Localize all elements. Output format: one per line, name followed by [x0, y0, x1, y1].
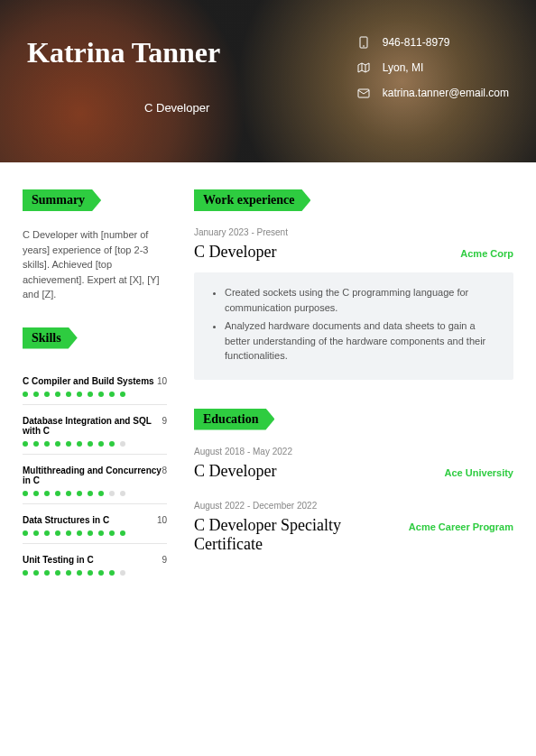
dot [33, 491, 39, 496]
skill-row: Database Integration and SQL with C9 [23, 416, 167, 436]
right-column: Work experience January 2023 - PresentC … [194, 189, 513, 583]
contact-email: katrina.tanner@email.com [383, 87, 509, 99]
header: Katrina Tanner C Developer 946-811-8979 … [0, 0, 536, 162]
dot [88, 441, 93, 447]
dot [44, 491, 50, 496]
date-range: August 2018 - May 2022 [194, 447, 513, 456]
dot [98, 530, 104, 536]
dot [98, 491, 104, 496]
contact-location-row: Lyon, MI [357, 61, 509, 74]
dot [109, 392, 115, 397]
skill-dots [23, 570, 167, 583]
dot [44, 570, 50, 576]
entry-title: C Developer Specialty Certificate [194, 516, 393, 554]
contact-phone: 946-811-8979 [383, 36, 450, 49]
dot [109, 491, 115, 496]
education-header: Education [194, 409, 274, 430]
skill-name: Database Integration and SQL with C [23, 416, 162, 436]
dot [109, 570, 115, 576]
dot [44, 441, 50, 447]
dot [55, 491, 60, 496]
left-column: Summary C Developer with [number of year… [23, 189, 167, 583]
body: Summary C Developer with [number of year… [0, 162, 536, 610]
dot [33, 392, 39, 397]
dot [55, 570, 60, 576]
skill-dots [23, 392, 167, 405]
dot [88, 530, 93, 536]
skills-list: C Compiler and Build Systems10Database I… [23, 376, 167, 583]
skill-dots [23, 530, 167, 544]
dot [23, 570, 28, 576]
work-bullets: Created sockets using the C programming … [194, 272, 513, 380]
dot [23, 441, 28, 447]
dot [77, 441, 82, 447]
date-range: August 2022 - December 2022 [194, 501, 513, 511]
dot [77, 530, 82, 536]
dot [23, 392, 28, 397]
dot [23, 491, 28, 496]
dot [66, 491, 71, 496]
skill-dots [23, 441, 167, 455]
work-list: January 2023 - PresentC DeveloperAcme Co… [194, 227, 513, 380]
entry-title: C Developer [194, 243, 276, 262]
person-name: Katrina Tanner [27, 36, 220, 69]
dot [98, 392, 104, 397]
date-range: January 2023 - Present [194, 227, 513, 237]
dot [55, 530, 60, 536]
dot [33, 530, 39, 536]
dot [120, 392, 125, 397]
dot [44, 530, 50, 536]
phone-icon [357, 36, 370, 49]
dot [88, 392, 93, 397]
work-header: Work experience [194, 189, 310, 211]
entry-header: C Developer Specialty CertificateAcme Ca… [194, 516, 513, 554]
entry-header: C DeveloperAce University [194, 462, 513, 481]
person-title: C Developer [144, 101, 220, 115]
map-icon [357, 61, 370, 74]
bullet-item: Analyzed hardware documents and data she… [225, 318, 497, 364]
mail-icon [357, 87, 370, 99]
dot [44, 392, 50, 397]
dot [66, 392, 71, 397]
dot [120, 570, 125, 576]
dot [98, 441, 104, 447]
summary-text: C Developer with [number of years] exper… [23, 227, 167, 302]
dot [120, 530, 125, 536]
dot [66, 530, 71, 536]
dot [88, 570, 93, 576]
skill-score: 8 [162, 466, 167, 475]
dot [77, 392, 82, 397]
entry-header: C DeveloperAcme Corp [194, 243, 513, 262]
dot [55, 441, 60, 447]
skill-score: 10 [157, 376, 167, 386]
contact-phone-row: 946-811-8979 [357, 36, 509, 49]
education-entry: August 2022 - December 2022C Developer S… [194, 501, 513, 554]
contact-location: Lyon, MI [383, 61, 424, 74]
dot [120, 441, 125, 447]
dot [23, 530, 28, 536]
dot [109, 530, 115, 536]
skill-row: Multithreading and Concurrency in C8 [23, 466, 167, 485]
skill-score: 10 [157, 515, 167, 525]
skill-name: Data Structures in C [23, 515, 109, 525]
entry-company: Ace University [445, 467, 513, 478]
summary-header: Summary [23, 189, 101, 211]
dot [66, 441, 71, 447]
entry-company: Acme Corp [460, 248, 513, 259]
dot [120, 491, 125, 496]
dot [33, 441, 39, 447]
bullet-item: Created sockets using the C programming … [225, 285, 497, 315]
header-left: Katrina Tanner C Developer [27, 36, 220, 126]
dot [77, 570, 82, 576]
education-list: August 2018 - May 2022C DeveloperAce Uni… [194, 447, 513, 554]
entry-title: C Developer [194, 462, 276, 481]
education-entry: August 2018 - May 2022C DeveloperAce Uni… [194, 447, 513, 481]
dot [109, 441, 115, 447]
skills-header: Skills [23, 327, 78, 349]
work-entry: January 2023 - PresentC DeveloperAcme Co… [194, 227, 513, 380]
skill-row: C Compiler and Build Systems10 [23, 376, 167, 386]
dot [77, 491, 82, 496]
dot [33, 570, 39, 576]
entry-company: Acme Career Program [409, 521, 513, 532]
skill-name: Multithreading and Concurrency in C [23, 466, 162, 485]
